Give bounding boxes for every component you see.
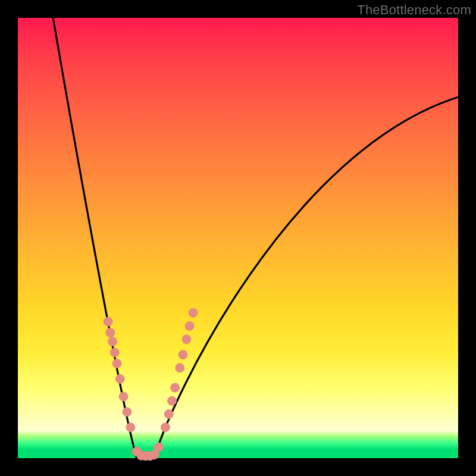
marker-dot bbox=[171, 383, 180, 392]
marker-dot bbox=[123, 408, 131, 416]
marker-dot bbox=[189, 308, 198, 317]
curve-markers bbox=[104, 308, 198, 461]
marker-dot bbox=[126, 423, 135, 432]
curve-path bbox=[53, 18, 458, 458]
marker-dot bbox=[110, 348, 119, 357]
marker-dot bbox=[176, 364, 184, 372]
marker-dot bbox=[119, 392, 128, 401]
marker-dot bbox=[112, 359, 121, 368]
marker-dot bbox=[154, 443, 163, 452]
marker-dot bbox=[161, 423, 170, 432]
marker-dot bbox=[164, 410, 173, 419]
bottleneck-curve bbox=[18, 18, 458, 458]
marker-dot bbox=[178, 350, 187, 359]
marker-dot bbox=[104, 317, 112, 326]
marker-dot bbox=[185, 322, 194, 331]
marker-dot bbox=[108, 337, 117, 346]
marker-dot bbox=[182, 335, 191, 344]
marker-dot bbox=[106, 328, 115, 337]
marker-dot bbox=[168, 396, 177, 405]
outer-frame: TheBottleneck.com bbox=[0, 0, 476, 476]
watermark-text: TheBottleneck.com bbox=[357, 2, 471, 18]
marker-dot bbox=[115, 374, 124, 383]
plot-area bbox=[18, 18, 458, 458]
